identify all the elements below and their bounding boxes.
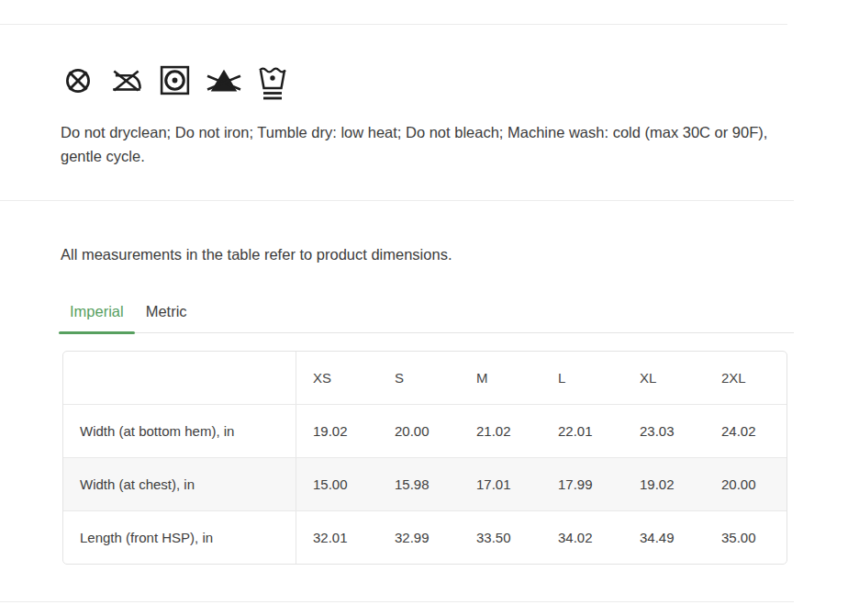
row-label: Width (at chest), in <box>63 458 296 510</box>
column-header: XL <box>623 370 705 386</box>
cell-value: 34.49 <box>623 530 705 545</box>
section-divider-middle <box>0 200 794 201</box>
column-header: 2XL <box>705 370 786 386</box>
cell-value: 22.01 <box>541 423 623 439</box>
cell-value: 17.01 <box>460 476 541 492</box>
do-not-iron-icon <box>108 63 145 98</box>
tab-metric[interactable]: Metric <box>135 295 198 332</box>
table-row: Length (front HSP), in32.0132.9933.5034.… <box>63 510 786 564</box>
measurements-note: All measurements in the table refer to p… <box>61 246 798 263</box>
table-row: Width (at chest), in15.0015.9817.0117.99… <box>63 457 786 510</box>
table-row: Width (at bottom hem), in19.0220.0021.02… <box>63 404 786 457</box>
cell-value: 21.02 <box>460 423 541 439</box>
cell-value: 20.00 <box>378 423 460 439</box>
row-label: Width (at bottom hem), in <box>63 405 296 457</box>
care-instructions-text: Do not dryclean; Do not iron; Tumble dry… <box>61 120 787 168</box>
care-icons-row <box>61 63 859 107</box>
size-table: XSSMLXL2XLWidth (at bottom hem), in19.02… <box>62 351 787 565</box>
column-header: XS <box>296 370 378 386</box>
cell-value: 20.00 <box>705 476 786 492</box>
tumble-dry-low-heat-icon <box>158 63 192 97</box>
cell-value: 17.99 <box>541 476 623 492</box>
cell-value: 19.02 <box>296 423 378 439</box>
cell-value: 34.02 <box>541 530 623 545</box>
cell-value: 23.03 <box>623 423 705 439</box>
row-label: Length (front HSP), in <box>63 511 296 564</box>
cell-value: 33.50 <box>460 530 541 545</box>
do-not-bleach-icon <box>205 63 243 98</box>
machine-wash-cold-icon <box>256 63 289 104</box>
corner-cell <box>63 352 296 404</box>
cell-value: 15.98 <box>378 476 460 492</box>
cell-value: 35.00 <box>705 530 786 545</box>
cell-value: 24.02 <box>705 423 786 439</box>
column-header: S <box>378 370 460 386</box>
table-header-row: XSSMLXL2XL <box>63 352 786 404</box>
cell-value: 15.00 <box>296 476 378 492</box>
cell-value: 32.99 <box>378 530 460 545</box>
cell-value: 32.01 <box>296 530 378 545</box>
column-header: L <box>541 370 623 386</box>
section-divider-bottom <box>0 601 794 602</box>
unit-tabs: ImperialMetric <box>59 295 794 333</box>
do-not-dryclean-icon <box>61 63 95 98</box>
section-divider-top <box>0 24 787 25</box>
tab-imperial[interactable]: Imperial <box>59 295 135 332</box>
cell-value: 19.02 <box>623 476 705 492</box>
column-header: M <box>460 370 541 386</box>
